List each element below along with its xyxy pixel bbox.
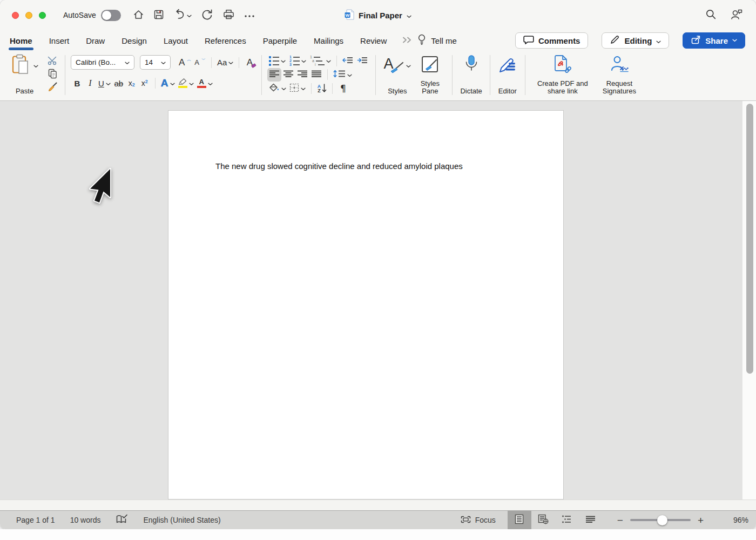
styles-pane-button[interactable]: Styles Pane: [413, 53, 447, 97]
tell-me-control[interactable]: Tell me: [417, 34, 457, 47]
sort-button[interactable]: AZ: [315, 82, 328, 95]
multilevel-list-button[interactable]: 1 a i: [308, 54, 333, 68]
show-paragraph-marks-button[interactable]: ¶: [336, 82, 349, 95]
line-spacing-chevron-icon[interactable]: [347, 71, 352, 79]
zoom-out-button[interactable]: −: [612, 515, 628, 525]
shrink-font-button[interactable]: A﹀: [193, 56, 207, 69]
align-left-button[interactable]: [267, 68, 281, 82]
subscript-button[interactable]: x2: [125, 77, 138, 90]
horizontal-scroll-strip[interactable]: [0, 500, 756, 510]
focus-mode-button[interactable]: Focus: [457, 515, 499, 525]
paste-button[interactable]: Paste: [9, 53, 40, 97]
styles-chevron-icon[interactable]: [406, 62, 411, 70]
align-center-button[interactable]: [281, 68, 295, 82]
more-commands-button[interactable]: [244, 11, 255, 19]
tab-review[interactable]: Review: [359, 36, 388, 45]
superscript-button[interactable]: x2: [138, 77, 151, 90]
change-case-button[interactable]: Aa: [215, 56, 235, 69]
vertical-scrollbar-thumb[interactable]: [746, 104, 753, 374]
shading-chevron-icon[interactable]: [281, 84, 286, 92]
underline-button[interactable]: U: [97, 77, 112, 90]
highlight-color-button[interactable]: [177, 77, 195, 90]
tab-insert[interactable]: Insert: [48, 36, 71, 45]
document-page[interactable]: The new drug slowed cognitive decline an…: [168, 110, 564, 500]
document-canvas[interactable]: The new drug slowed cognitive decline an…: [0, 101, 756, 500]
web-layout-view-button[interactable]: [531, 511, 555, 529]
presence-button[interactable]: [731, 9, 743, 22]
word-count-status[interactable]: 10 words: [70, 516, 101, 524]
language-status[interactable]: English (United States): [143, 516, 220, 524]
font-name-select[interactable]: Calibri (Bo...: [71, 55, 134, 70]
tab-overflow-chevron-icon[interactable]: [402, 36, 413, 45]
align-right-button[interactable]: [295, 68, 309, 82]
zoom-in-button[interactable]: +: [693, 515, 708, 525]
spellcheck-status-button[interactable]: [116, 514, 128, 526]
document-title-control[interactable]: W Final Paper: [345, 9, 411, 22]
redo-button[interactable]: [201, 9, 213, 22]
tab-design[interactable]: Design: [120, 36, 148, 45]
dictate-button[interactable]: Dictate: [458, 53, 484, 97]
paste-dropdown-chevron-icon[interactable]: [33, 62, 38, 70]
home-button[interactable]: [133, 9, 144, 22]
zoom-slider-track[interactable]: [630, 519, 691, 521]
undo-button[interactable]: [173, 9, 192, 22]
bullets-button[interactable]: [267, 54, 287, 68]
format-painter-button[interactable]: [46, 81, 59, 94]
styles-button[interactable]: A Styles: [381, 53, 413, 97]
minimize-button[interactable]: [25, 12, 32, 19]
print-button[interactable]: [222, 9, 235, 22]
cut-button[interactable]: [46, 55, 59, 68]
close-button[interactable]: [12, 12, 19, 19]
vertical-scrollbar-track[interactable]: [742, 101, 756, 500]
justify-button[interactable]: [309, 68, 323, 82]
multilevel-chevron-icon[interactable]: [326, 57, 331, 65]
page-count-status[interactable]: Page 1 of 1: [16, 516, 55, 524]
tab-paperpile[interactable]: Paperpile: [262, 36, 298, 45]
request-signatures-button[interactable]: Request Signatures: [595, 53, 644, 97]
document-body-text[interactable]: The new drug slowed cognitive decline an…: [168, 111, 563, 172]
save-button[interactable]: [153, 9, 164, 22]
bold-button[interactable]: B: [71, 77, 84, 90]
editor-button[interactable]: Editor: [496, 53, 519, 97]
font-color-chevron-icon[interactable]: [208, 79, 213, 87]
highlight-chevron-icon[interactable]: [189, 79, 194, 87]
numbering-chevron-icon[interactable]: [301, 57, 306, 65]
italic-button[interactable]: I: [84, 77, 97, 90]
copy-button[interactable]: [46, 68, 59, 81]
borders-chevron-icon[interactable]: [301, 84, 306, 92]
bullet-list-icon: [269, 56, 279, 66]
shading-button[interactable]: [267, 82, 288, 95]
text-effects-button[interactable]: A: [159, 77, 177, 90]
tab-layout[interactable]: Layout: [163, 36, 189, 45]
bullets-chevron-icon[interactable]: [281, 57, 286, 65]
numbering-button[interactable]: 1 2 3: [287, 54, 308, 68]
decrease-indent-button[interactable]: [341, 54, 355, 68]
tab-references[interactable]: References: [204, 36, 247, 45]
draft-view-button[interactable]: [579, 511, 603, 529]
tab-mailings[interactable]: Mailings: [313, 36, 345, 45]
autosave-toggle[interactable]: [101, 10, 121, 21]
borders-button[interactable]: [288, 82, 307, 95]
outline-view-button[interactable]: [555, 511, 579, 529]
line-spacing-button[interactable]: [332, 68, 354, 82]
underline-chevron-icon[interactable]: [106, 79, 111, 87]
tab-draw[interactable]: Draw: [85, 36, 106, 45]
print-layout-view-button[interactable]: [508, 511, 531, 529]
strikethrough-button[interactable]: ab: [112, 77, 125, 90]
increase-indent-button[interactable]: [355, 54, 370, 68]
create-pdf-button[interactable]: Create PDF and share link: [531, 53, 595, 97]
text-effects-chevron-icon[interactable]: [170, 79, 175, 87]
comments-button[interactable]: Comments: [515, 32, 589, 49]
grow-font-button[interactable]: A︿: [177, 56, 193, 69]
zoom-window-button[interactable]: [39, 12, 46, 19]
search-button[interactable]: [705, 9, 717, 22]
tab-home[interactable]: Home: [9, 36, 33, 45]
font-color-button[interactable]: A: [195, 77, 214, 90]
clear-formatting-button[interactable]: A: [243, 56, 256, 69]
font-size-select[interactable]: 14: [140, 55, 171, 70]
undo-dropdown-chevron-icon[interactable]: [187, 11, 192, 19]
share-button[interactable]: Share: [683, 32, 745, 49]
zoom-level[interactable]: 96%: [723, 516, 748, 524]
zoom-slider-thumb[interactable]: [657, 515, 667, 525]
editing-mode-button[interactable]: Editing: [602, 32, 669, 49]
